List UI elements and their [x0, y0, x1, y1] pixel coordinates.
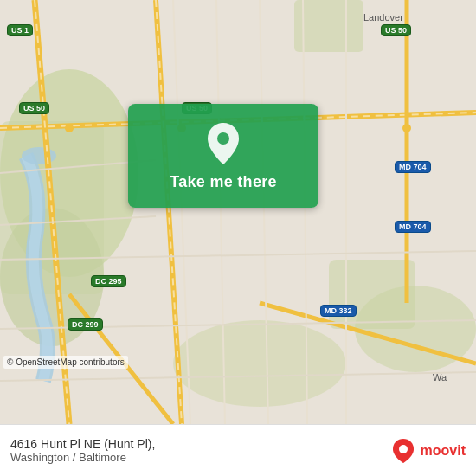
svg-point-30 [402, 124, 411, 132]
svg-point-32 [399, 445, 408, 453]
svg-point-28 [65, 124, 74, 132]
us1-shield: US 1 [7, 24, 33, 36]
md704-top-shield: MD 704 [395, 161, 431, 173]
landover-label: Landover [363, 12, 403, 23]
us50-far-shield: US 50 [381, 24, 411, 36]
moovit-logo: moovit [389, 437, 466, 465]
svg-rect-7 [294, 0, 363, 52]
take-me-there-button[interactable]: Take me there [128, 104, 318, 208]
address-block: 4616 Hunt Pl NE (Hunt Pl), Washington / … [10, 437, 155, 464]
pin-icon [204, 121, 242, 166]
moovit-text: moovit [421, 443, 466, 459]
moovit-logo-icon [389, 437, 417, 465]
city-text: Washington / Baltimore [10, 451, 155, 464]
wa-label: Wa [433, 372, 447, 383]
dc299-shield: DC 299 [68, 318, 103, 331]
us50-left-shield: US 50 [19, 102, 49, 114]
svg-point-4 [173, 320, 346, 407]
svg-point-8 [22, 147, 56, 164]
md332-shield: MD 332 [320, 305, 357, 317]
osm-credit: © OpenStreetMap contributors [3, 356, 128, 369]
bottom-bar: 4616 Hunt Pl NE (Hunt Pl), Washington / … [0, 424, 476, 476]
svg-point-31 [217, 132, 229, 145]
dc295-shield: DC 295 [91, 275, 126, 287]
address-text: 4616 Hunt Pl NE (Hunt Pl), [10, 437, 155, 451]
map-container: Landover Wa US 1 US 50 US 50 US 50 DC 29… [0, 0, 476, 424]
take-me-there-label: Take me there [170, 173, 277, 191]
md704-bot-shield: MD 704 [395, 221, 431, 233]
